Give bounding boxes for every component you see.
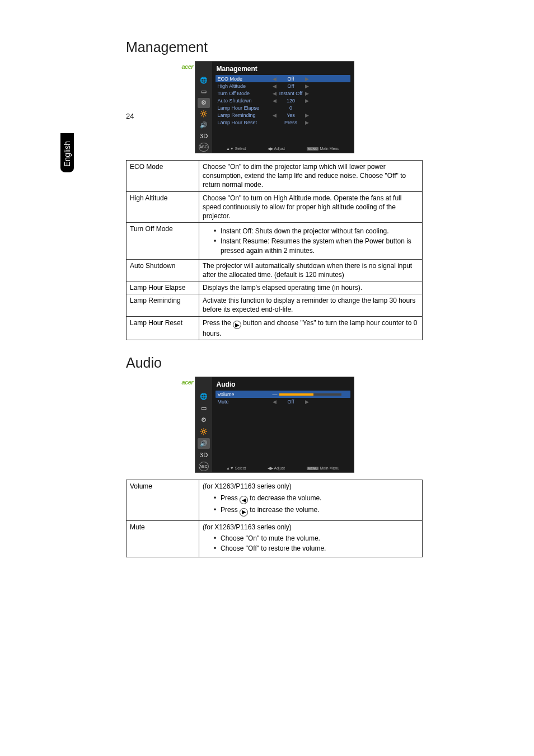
- spec-label: Lamp Hour Reset: [127, 316, 199, 340]
- audio-heading: Audio: [126, 355, 423, 371]
- page-content: Management acer 🌐 ▭ ⚙ 🔆 🔊 3Ⅾ ABC Managem…: [126, 39, 423, 557]
- volume-fill: [279, 393, 313, 396]
- spec-desc: (for X1263/P1163 series only) Choose "On…: [199, 520, 423, 557]
- table-row: Mute (for X1263/P1163 series only) Choos…: [127, 520, 423, 557]
- brand-logo: acer: [182, 63, 194, 70]
- footer-adjust: ◀▶ Adjust: [268, 466, 285, 471]
- spec-desc: The projector will automatically shutdow…: [199, 259, 423, 281]
- audio-menu-title: Audio: [216, 377, 350, 391]
- table-row: Volume (for X1263/P1163 series only) Pre…: [127, 480, 423, 520]
- audio-menu-footer: ▲▼ Select ◀▶ Adjust MENUMain Menu: [212, 466, 354, 471]
- threed-icon: 3Ⅾ: [198, 450, 210, 461]
- spec-label: Volume: [127, 480, 199, 520]
- footer-adjust: ◀▶ Adjust: [268, 147, 285, 151]
- globe-icon: 🌐: [198, 76, 210, 86]
- menu-iconbar: 🌐 ▭ ⚙ 🔆 🔊 3Ⅾ ABC: [195, 62, 212, 153]
- footer-menu: MENUMain Menu: [307, 147, 339, 151]
- abc-icon: ABC: [199, 462, 209, 471]
- menu-row-lamp-hour-elapse: Lamp Hour Elapse0: [216, 104, 350, 111]
- audio-menu-panel: Audio Volume — Mute◀Off▶ ▲▼ Select ◀▶ Ad…: [212, 377, 354, 472]
- spec-label: Turn Off Mode: [127, 223, 199, 260]
- list-item: Press ◀ to decrease the volume.: [214, 494, 419, 505]
- spec-label: High Altitude: [127, 191, 199, 223]
- spec-label: ECO Mode: [127, 161, 199, 192]
- language-tab: English: [60, 133, 74, 172]
- audio-screenshot: acer 🌐 ▭ ⚙ 🔆 🔊 3Ⅾ ABC Audio Volume — Mut…: [195, 377, 354, 473]
- footer-menu: MENUMain Menu: [307, 466, 339, 471]
- table-row: High Altitude Choose "On" to turn on Hig…: [127, 191, 423, 223]
- list-item: Instant Off: Shuts down the projector wi…: [214, 227, 419, 236]
- management-menu-title: Management: [216, 62, 350, 75]
- gear-icon: ⚙: [198, 415, 210, 425]
- threed-icon: 3Ⅾ: [198, 132, 210, 142]
- list-item: Instant Resume: Resumes the system when …: [214, 237, 419, 255]
- menu-iconbar: 🌐 ▭ ⚙ 🔆 🔊 3Ⅾ ABC: [195, 377, 212, 472]
- management-screenshot: acer 🌐 ▭ ⚙ 🔆 🔊 3Ⅾ ABC Management ECO Mod…: [195, 61, 354, 153]
- menu-row-high-altitude: High Altitude◀Off▶: [216, 82, 350, 90]
- gauge-icon: 🔆: [198, 109, 210, 119]
- table-row: Turn Off Mode Instant Off: Shuts down th…: [127, 223, 423, 260]
- table-row: Lamp Hour Reset Press the ▶ button and c…: [127, 316, 423, 340]
- spec-desc: Choose "On" to dim the projector lamp wh…: [199, 161, 423, 192]
- table-row: ECO Mode Choose "On" to dim the projecto…: [127, 161, 423, 192]
- page-number: 24: [126, 112, 134, 120]
- table-row: Lamp Reminding Activate this function to…: [127, 294, 423, 316]
- right-arrow-icon: ▶: [240, 508, 248, 516]
- spec-desc: Instant Off: Shuts down the projector wi…: [199, 223, 423, 260]
- management-spec-table: ECO Mode Choose "On" to dim the projecto…: [126, 160, 423, 340]
- management-menu-footer: ▲▼ Select ◀▶ Adjust MENUMain Menu: [212, 147, 354, 151]
- globe-icon: 🌐: [198, 391, 210, 402]
- spec-desc: Displays the lamp's elapsed operating ti…: [199, 281, 423, 294]
- list-item: Choose "On" to mute the volume.: [214, 534, 419, 543]
- menu-row-turn-off-mode: Turn Off Mode◀Instant Off▶: [216, 90, 350, 97]
- spec-label: Mute: [127, 520, 199, 557]
- abc-icon: ABC: [199, 143, 209, 152]
- menu-row-auto-shutdown: Auto Shutdown◀120▶: [216, 97, 350, 104]
- spec-desc: Activate this function to display a remi…: [199, 294, 423, 316]
- spec-label: Lamp Hour Elapse: [127, 281, 199, 294]
- management-heading: Management: [126, 39, 423, 55]
- menu-row-mute: Mute◀Off▶: [216, 398, 350, 405]
- gauge-icon: 🔆: [198, 426, 210, 437]
- spec-desc: Press the ▶ button and choose "Yes" to t…: [199, 316, 423, 340]
- gear-icon: ⚙: [198, 98, 210, 108]
- speaker-icon: 🔊: [198, 120, 210, 130]
- menu-row-lamp-hour-reset: Lamp Hour ResetPress▶: [216, 119, 350, 126]
- list-item: Press ▶ to increase the volume.: [214, 505, 419, 516]
- footer-select: ▲▼ Select: [226, 466, 246, 471]
- menu-row-eco-mode: ECO Mode◀Off▶: [216, 75, 350, 82]
- brand-logo: acer: [182, 379, 194, 386]
- management-menu-panel: Management ECO Mode◀Off▶ High Altitude◀O…: [212, 62, 354, 153]
- spec-label: Auto Shutdown: [127, 259, 199, 281]
- menu-row-lamp-reminding: Lamp Reminding◀Yes▶: [216, 111, 350, 119]
- left-arrow-icon: ◀: [240, 496, 248, 504]
- audio-spec-table: Volume (for X1263/P1163 series only) Pre…: [126, 480, 423, 557]
- right-arrow-icon: ▶: [233, 321, 241, 329]
- footer-select: ▲▼ Select: [226, 147, 246, 151]
- table-row: Auto Shutdown The projector will automat…: [127, 259, 423, 281]
- spec-label: Lamp Reminding: [127, 294, 199, 316]
- speaker-icon: 🔊: [198, 438, 210, 449]
- screen-icon: ▭: [198, 403, 210, 414]
- menu-row-volume: Volume —: [216, 391, 350, 398]
- list-item: Choose "Off" to restore the volume.: [214, 544, 419, 553]
- table-row: Lamp Hour Elapse Displays the lamp's ela…: [127, 281, 423, 294]
- spec-desc: (for X1263/P1163 series only) Press ◀ to…: [199, 480, 423, 520]
- spec-desc: Choose "On" to turn on High Altitude mod…: [199, 191, 423, 223]
- screen-icon: ▭: [198, 87, 210, 97]
- volume-bar: [279, 393, 341, 396]
